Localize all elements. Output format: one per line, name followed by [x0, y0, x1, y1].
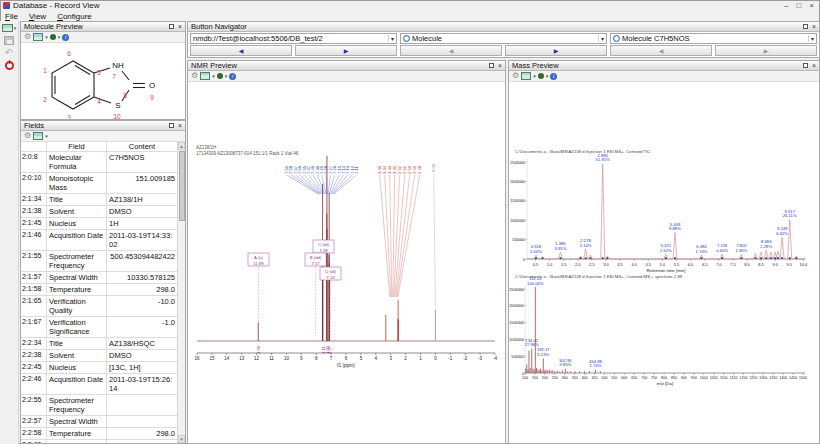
- close-icon[interactable]: ×: [178, 23, 182, 30]
- svg-text:A (s): A (s): [254, 255, 263, 260]
- view-mode-icon[interactable]: [33, 132, 43, 140]
- chevron-down-icon[interactable]: ▾: [45, 134, 48, 139]
- close-button[interactable]: ×: [809, 1, 814, 10]
- svg-text:3.5: 3.5: [617, 262, 623, 267]
- info-icon[interactable]: i: [550, 73, 557, 80]
- panel-header[interactable]: Button Navigator ×: [188, 22, 819, 32]
- title-bar: Database - Record View – □ ×: [0, 0, 820, 11]
- maximize-button[interactable]: □: [796, 1, 801, 10]
- fields-table-row[interactable]: 2:0:8Molecular FormulaC7H5NOS: [21, 152, 177, 173]
- molecule-toolbar: ⚙ ▾ ▾ i: [21, 32, 185, 43]
- next-record-button[interactable]: ▶: [295, 45, 397, 56]
- close-icon[interactable]: ×: [498, 62, 502, 69]
- chevron-down-icon[interactable]: ▾: [533, 74, 536, 79]
- svg-text:51.81%: 51.81%: [596, 157, 610, 162]
- fields-table-row[interactable]: 2:1:38SolventDMSO: [21, 206, 177, 218]
- scroll-up-icon[interactable]: ▲: [178, 142, 185, 150]
- menu-configure[interactable]: Configure: [57, 12, 92, 21]
- fields-table-row[interactable]: 2:2:38SolventDMSO: [21, 350, 177, 362]
- close-icon[interactable]: ×: [178, 122, 182, 129]
- svg-text:800: 800: [661, 376, 667, 380]
- gear-icon[interactable]: ⚙: [24, 132, 31, 140]
- gear-icon[interactable]: ⚙: [24, 33, 31, 41]
- chevron-down-icon[interactable]: ▾: [45, 35, 48, 40]
- navigator-combo[interactable]: nmdb://Test@localhost:5506/DB_test/2▾: [190, 33, 397, 44]
- fields-table-row[interactable]: 2:2:65Verification Quality-10.0: [21, 440, 177, 443]
- display-options-icon[interactable]: [50, 34, 56, 40]
- panel-title: Mass Preview: [512, 61, 559, 70]
- next-item-button[interactable]: ▶: [715, 45, 817, 56]
- fields-table-row[interactable]: 2:2:46Acquisition Date2011-03-19T15:26:1…: [21, 374, 177, 395]
- power-icon: [5, 61, 14, 70]
- next-molecule-button[interactable]: ▶: [505, 45, 607, 56]
- scrollbar-thumb[interactable]: [179, 151, 185, 221]
- fields-table-row[interactable]: 2:2:55Spectrometer Frequency: [21, 395, 177, 416]
- fields-table-row[interactable]: 2:0:10Monoisotopic Mass151.009185: [21, 173, 177, 194]
- panel-header[interactable]: Molecule Preview ×: [21, 22, 185, 32]
- gear-icon[interactable]: ⚙: [191, 72, 198, 80]
- fields-table-row[interactable]: 2:2:57Spectral Width: [21, 416, 177, 428]
- molecule-canvas[interactable]: NHSO12345678910: [21, 43, 185, 119]
- info-icon[interactable]: i: [62, 34, 69, 41]
- column-header-field[interactable]: Field: [47, 142, 107, 151]
- save-button[interactable]: [4, 36, 14, 45]
- view-mode-icon[interactable]: [521, 72, 531, 80]
- float-panel-icon[interactable]: [169, 123, 174, 128]
- close-database-button[interactable]: [5, 61, 14, 70]
- chevron-down-icon[interactable]: ▾: [225, 74, 228, 79]
- float-panel-icon[interactable]: [803, 63, 808, 68]
- minimize-button[interactable]: –: [784, 1, 788, 10]
- view-mode-icon[interactable]: [33, 33, 43, 41]
- svg-text:9.5: 9.5: [786, 262, 792, 267]
- chevron-down-icon[interactable]: ▾: [546, 74, 549, 79]
- close-icon[interactable]: ×: [812, 23, 816, 30]
- menu-view[interactable]: View: [29, 12, 46, 21]
- fields-table-row[interactable]: 2:1:46Acquisition Date2011-03-19T14:33:0…: [21, 230, 177, 251]
- chevron-down-icon[interactable]: ▾: [388, 35, 394, 42]
- panel-title: Molecule Preview: [24, 22, 83, 31]
- chevron-down-icon[interactable]: ▾: [598, 35, 604, 42]
- chevron-down-icon[interactable]: ▾: [212, 74, 215, 79]
- scrollbar[interactable]: ▲ ▼: [177, 142, 185, 443]
- display-options-icon[interactable]: [217, 73, 223, 79]
- fields-table-row[interactable]: 2:1:58Temperature298.0: [21, 284, 177, 296]
- display-options-icon[interactable]: [538, 73, 544, 79]
- column-header-content[interactable]: Content: [107, 142, 177, 151]
- fields-table-row[interactable]: 2:1:67Verification Significance-1.0: [21, 317, 177, 338]
- prev-molecule-button[interactable]: ◀: [400, 45, 502, 56]
- fields-table-row[interactable]: 2:2:34TitleAZ138/HSQC: [21, 338, 177, 350]
- record-view-mode-button[interactable]: ▾: [2, 24, 17, 32]
- panel-header[interactable]: Mass Preview ×: [509, 61, 819, 71]
- float-panel-icon[interactable]: [169, 24, 174, 29]
- chevron-down-icon[interactable]: ▾: [808, 35, 814, 42]
- revert-button[interactable]: ↶: [5, 49, 13, 57]
- svg-text:200: 200: [542, 376, 548, 380]
- fields-table-row[interactable]: 2:1:65Verification Quality-10.0: [21, 296, 177, 317]
- fields-table-row[interactable]: 2:1:34TitleAZ138/1H: [21, 194, 177, 206]
- navigator-combo[interactable]: Molecule C7H5NOS▾: [610, 33, 817, 44]
- panel-header[interactable]: Fields ×: [21, 121, 185, 131]
- panel-header[interactable]: NMR Preview ×: [188, 61, 505, 71]
- svg-text:7.13: 7.13: [326, 275, 335, 280]
- scroll-down-icon[interactable]: ▼: [178, 435, 185, 443]
- svg-text:5.5: 5.5: [674, 262, 680, 267]
- fields-table-row[interactable]: 2:1:45Nucleus1H: [21, 218, 177, 230]
- gear-icon[interactable]: ⚙: [512, 72, 519, 80]
- float-panel-icon[interactable]: [803, 24, 808, 29]
- info-icon[interactable]: i: [229, 73, 236, 80]
- float-panel-icon[interactable]: [489, 63, 494, 68]
- view-mode-icon[interactable]: [200, 72, 210, 80]
- chevron-down-icon[interactable]: ▾: [58, 35, 61, 40]
- prev-item-button[interactable]: ◀: [610, 45, 712, 56]
- prev-record-button[interactable]: ◀: [190, 45, 292, 56]
- close-icon[interactable]: ×: [812, 62, 816, 69]
- mass-spectra[interactable]: C:\Documents a...\Sara\MS\AZ138.d Inject…: [509, 82, 819, 443]
- fields-table-row[interactable]: 2:1:55Spectrometer Frequency500.45309448…: [21, 251, 177, 272]
- nmr-spectrum[interactable]: AZ138/1H17134309 AZ13008737-014 151.1/1 …: [188, 82, 505, 443]
- fields-table-row[interactable]: 2:2:45Nucleus[13C, 1H]: [21, 362, 177, 374]
- fields-table-row[interactable]: 2:1:57Spectral Width10330.578125: [21, 272, 177, 284]
- fields-table-row[interactable]: 2:2:58Temperature298.0: [21, 428, 177, 440]
- menu-file[interactable]: File: [5, 12, 18, 21]
- nmr-toolbar: ⚙ ▾ ▾ i: [188, 71, 505, 82]
- navigator-combo[interactable]: Molecule▾: [400, 33, 607, 44]
